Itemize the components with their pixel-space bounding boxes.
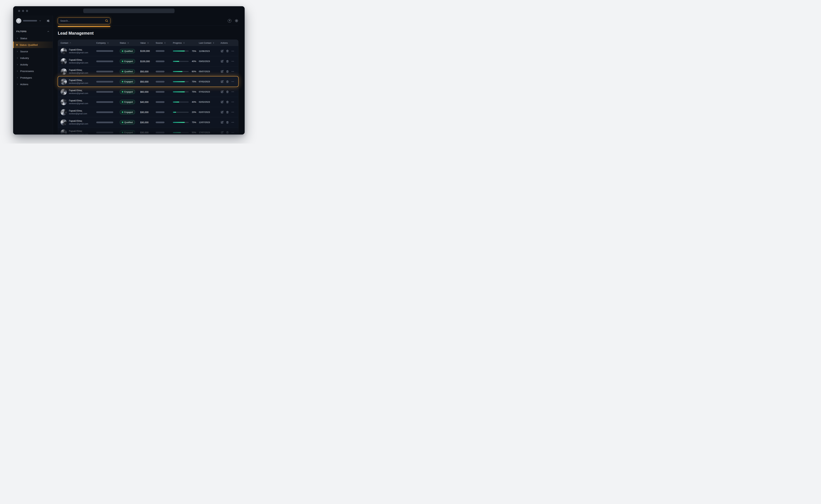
delete-button[interactable]	[226, 101, 229, 104]
column-header[interactable]: Actions	[221, 42, 236, 44]
more-button[interactable]	[231, 131, 234, 134]
column-header[interactable]: Company	[96, 42, 120, 44]
edit-icon	[221, 100, 224, 104]
table-row[interactable]: Γορνιά Είπες eenkeex@gmail.com Engaged $…	[58, 56, 238, 66]
trash-icon	[226, 90, 229, 93]
delete-button[interactable]	[226, 80, 229, 83]
edit-button[interactable]	[221, 90, 224, 93]
edit-button[interactable]	[221, 80, 224, 83]
edit-icon	[221, 80, 224, 83]
sidebar-filter-item[interactable]: Activity	[13, 61, 53, 68]
column-header[interactable]: Status	[120, 42, 140, 44]
actions-cell	[221, 111, 236, 114]
delete-button[interactable]	[226, 131, 229, 134]
progress-percent: 75%	[190, 80, 196, 83]
table-body: Γορνιά Είπες eenkeex@gmail.com Qualified…	[58, 46, 238, 135]
table-row[interactable]: Γορνιά Είπες eenkeex@gmail.com Engaged $…	[58, 76, 238, 87]
edit-button[interactable]	[221, 131, 224, 134]
status-label: Qualified	[124, 70, 133, 73]
sidebar-filter-item[interactable]: Industry	[13, 55, 53, 61]
delete-button[interactable]	[226, 90, 229, 93]
contact-name: Γορνιά Είπες	[69, 99, 88, 102]
contact-cell: Γορνιά Είπες eenkeex@gmail.com	[61, 68, 96, 75]
edit-button[interactable]	[221, 111, 224, 114]
edit-button[interactable]	[221, 100, 224, 104]
table-row[interactable]: Γορνιά Είπες eenkeex@gmail.com Engaged $…	[58, 127, 238, 135]
column-header[interactable]: Last Contact	[199, 42, 221, 44]
more-button[interactable]	[231, 90, 234, 93]
delete-button[interactable]	[226, 60, 229, 63]
progress-cell: 75%	[173, 50, 199, 52]
status-label: Engaged	[124, 91, 133, 93]
contact-name: Γορνιά Είπες	[69, 89, 88, 92]
progress-bar-fill	[173, 91, 185, 92]
edit-button[interactable]	[221, 121, 224, 124]
actions-cell	[221, 50, 236, 53]
status-label: Qualified	[124, 121, 133, 124]
more-button[interactable]	[231, 100, 234, 104]
more-button[interactable]	[231, 121, 234, 124]
source-placeholder	[156, 132, 164, 133]
contact-avatar	[61, 99, 67, 105]
delete-button[interactable]	[226, 50, 229, 53]
sidebar-filter-item[interactable]: Status	[13, 35, 53, 42]
delete-button[interactable]	[226, 121, 229, 124]
sidebar-filter-item[interactable]: Prototypes	[13, 74, 53, 81]
last-contact-date: 02/07/2023	[199, 111, 221, 113]
help-button[interactable]: ?	[228, 19, 232, 23]
source-placeholder	[156, 91, 164, 93]
column-header[interactable]: Progress	[173, 42, 199, 44]
settings-button[interactable]	[235, 19, 239, 23]
more-button[interactable]	[231, 111, 234, 114]
column-header-label: Status	[120, 42, 126, 44]
window-controls[interactable]	[18, 10, 28, 12]
edit-button[interactable]	[221, 50, 224, 53]
company-cell	[96, 81, 120, 83]
table-row[interactable]: Γορνιά Είπες eenkeex@gmail.com Engaged $…	[58, 97, 238, 107]
contact-email: eonkee@gmail.com	[69, 113, 87, 115]
delete-button[interactable]	[226, 70, 229, 73]
edit-button[interactable]	[221, 70, 224, 73]
sidebar-filter-item[interactable]: Procreswres	[13, 68, 53, 74]
table-row[interactable]: Γορνιά Είπες eonkee@gmail.com Engaged $3…	[58, 107, 238, 117]
company-placeholder	[96, 91, 113, 93]
window-dot-icon[interactable]	[18, 10, 20, 12]
address-bar[interactable]	[83, 9, 174, 13]
chevron-down-icon[interactable]	[39, 20, 41, 22]
table-row[interactable]: Γορνιά Είπες eenkeex@gmail.com Engaged $…	[58, 87, 238, 97]
more-button[interactable]	[231, 50, 234, 53]
contact-avatar	[61, 68, 67, 75]
more-button[interactable]	[231, 70, 234, 73]
filters-header[interactable]: FILTERS	[13, 26, 53, 35]
column-header[interactable]: Contact	[61, 42, 96, 44]
last-contact-date: 03/02/2023	[199, 60, 221, 63]
source-placeholder	[156, 122, 164, 123]
search-icon[interactable]	[105, 19, 108, 22]
value-cell: $30,000	[140, 131, 156, 134]
status-badge: Engaged	[120, 130, 135, 135]
value-cell: $100,000	[140, 60, 156, 63]
chevron-up-icon[interactable]	[47, 30, 49, 33]
user-avatar[interactable]	[16, 18, 21, 23]
more-button[interactable]	[231, 80, 234, 83]
sidebar-filter-item[interactable]: Actions	[13, 81, 53, 87]
window-dot-icon[interactable]	[22, 10, 24, 12]
more-button[interactable]	[231, 60, 234, 63]
progress-percent: 75%	[190, 121, 196, 124]
main-panel: ? Lead Management Contact Comp	[53, 15, 245, 135]
edit-button[interactable]	[221, 60, 224, 63]
column-header[interactable]: Source	[156, 42, 173, 44]
last-contact-date: 05/07/2023	[199, 70, 221, 73]
sidebar-filter-item[interactable]: Status: Qualified	[13, 42, 53, 48]
sidebar-filter-item[interactable]: Source	[13, 48, 53, 55]
status-label: Engaged	[124, 80, 133, 83]
delete-button[interactable]	[226, 111, 229, 114]
table-row[interactable]: Γορνιά Είπες eenkeex@gmail.com Qualified…	[58, 46, 238, 56]
table-row[interactable]: Γορνιά Είπες eenkeex@gmail.com Qualified…	[58, 117, 238, 127]
window-dot-icon[interactable]	[26, 10, 28, 12]
search-input[interactable]	[58, 18, 110, 24]
progress-cell: 75%	[173, 80, 199, 83]
sliders-icon[interactable]	[46, 19, 50, 22]
column-header[interactable]: Value	[140, 42, 156, 44]
table-row[interactable]: Γορνιά Είπες eenkeex@gmail.com Qualified…	[58, 66, 238, 76]
